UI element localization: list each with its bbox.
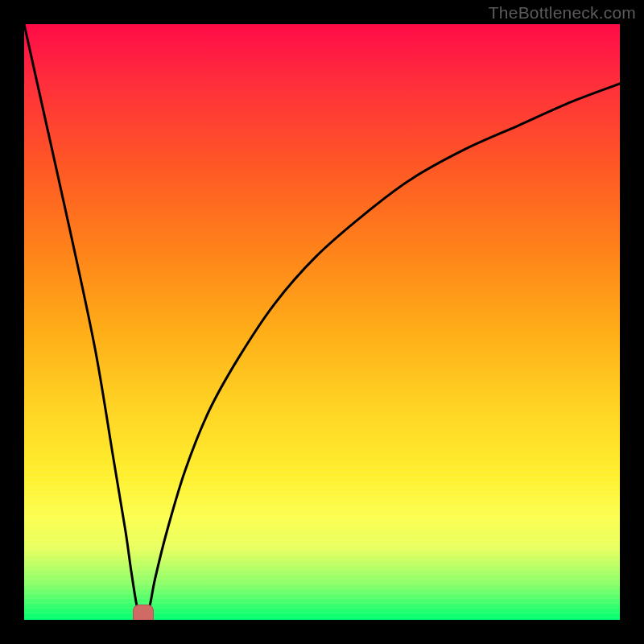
plot-area [24, 24, 620, 620]
curve-path [24, 24, 620, 620]
bottleneck-curve [24, 24, 620, 620]
app-frame: TheBottleneck.com [0, 0, 644, 644]
watermark-text: TheBottleneck.com [489, 3, 636, 23]
optimal-marker [133, 605, 154, 620]
